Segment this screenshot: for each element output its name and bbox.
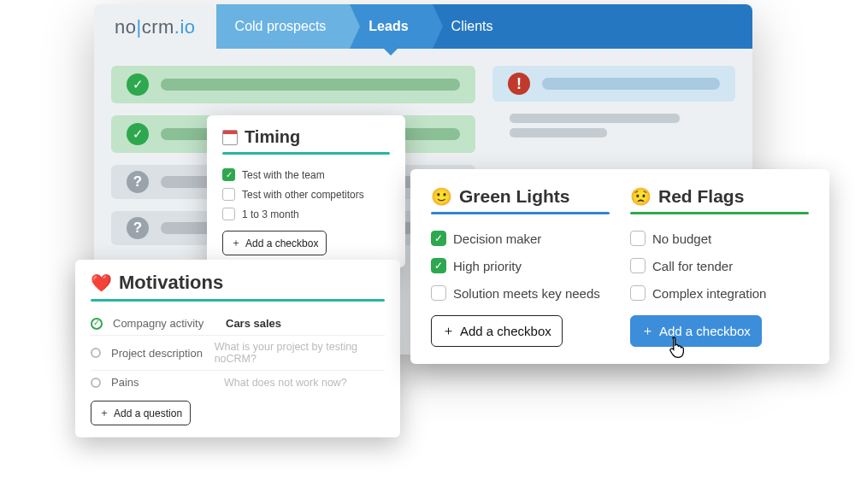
alert-icon: !	[508, 73, 530, 95]
red-item[interactable]: Complex integration	[630, 279, 809, 307]
worried-icon: 😟	[630, 186, 652, 207]
motivation-row[interactable]: Compagny activity Cars sales	[91, 312, 385, 336]
checkbox-icon[interactable]	[222, 208, 235, 220]
tab-clients[interactable]: Clients	[433, 4, 752, 49]
field-value: Cars sales	[226, 317, 385, 330]
timing-item[interactable]: Test with other competitors	[222, 185, 390, 204]
checkbox-icon[interactable]	[630, 231, 646, 246]
red-title: 😟 Red Flags	[630, 186, 809, 207]
field-label: Pains	[111, 376, 214, 389]
checkbox-icon[interactable]	[630, 258, 646, 273]
detail-placeholder	[492, 114, 735, 138]
accent-bar	[630, 212, 809, 214]
red-item[interactable]: No budget	[630, 225, 809, 252]
field-placeholder[interactable]: What is your project by testing noCRM?	[215, 341, 385, 365]
lead-row-done[interactable]: ✓	[111, 66, 475, 103]
motivation-row[interactable]: Project description What is your project…	[91, 336, 385, 371]
red-flags-column: 😟 Red Flags No budget Call for tender Co…	[630, 186, 809, 347]
green-item[interactable]: Solution meets key needs	[431, 279, 610, 307]
tab-leads[interactable]: Leads	[350, 4, 432, 49]
checkbox-icon[interactable]: ✓	[431, 258, 446, 273]
checkbox-icon[interactable]	[222, 188, 235, 201]
green-lights-column: 🙂 Green Lights ✓ Decision maker ✓ High p…	[431, 186, 610, 347]
question-icon: ?	[127, 171, 149, 193]
placeholder-bar	[161, 79, 460, 91]
topbar: no|crm.io Cold prospects Leads Clients	[94, 4, 752, 49]
calendar-icon	[222, 130, 238, 145]
field-placeholder[interactable]: What does not work now?	[224, 377, 347, 389]
checkbox-icon[interactable]: ✓	[222, 168, 235, 181]
motivation-row[interactable]: Pains What does not work now?	[91, 371, 385, 394]
tab-cold-prospects[interactable]: Cold prospects	[216, 4, 351, 49]
accent-bar	[222, 152, 390, 155]
green-item[interactable]: ✓ High priority	[431, 252, 610, 279]
field-label: Project description	[111, 347, 204, 360]
logo: no|crm.io	[94, 4, 216, 49]
radio-checked-icon[interactable]	[91, 318, 103, 330]
add-checkbox-button[interactable]: ＋ Add a checkbox	[222, 231, 327, 255]
motivations-title: ❤️ Motivations	[91, 272, 385, 294]
green-red-card: 🙂 Green Lights ✓ Decision maker ✓ High p…	[410, 169, 829, 364]
timing-item[interactable]: ✓ Test with the team	[222, 165, 390, 185]
green-title: 🙂 Green Lights	[431, 186, 610, 207]
red-item[interactable]: Call for tender	[630, 252, 809, 279]
motivations-card: ❤️ Motivations Compagny activity Cars sa…	[75, 260, 400, 437]
accent-bar	[431, 212, 610, 214]
timing-title: Timing	[222, 127, 390, 147]
lead-row-alert[interactable]: !	[492, 66, 735, 102]
heart-icon: ❤️	[91, 273, 112, 293]
green-item[interactable]: ✓ Decision maker	[431, 225, 610, 252]
question-icon: ?	[127, 217, 149, 239]
accent-bar	[91, 299, 385, 302]
placeholder-bar	[542, 78, 720, 90]
radio-icon[interactable]	[91, 378, 101, 388]
smile-icon: 🙂	[431, 186, 452, 207]
check-icon: ✓	[127, 123, 149, 145]
checkbox-icon[interactable]	[431, 285, 446, 301]
check-icon: ✓	[127, 73, 149, 96]
checkbox-icon[interactable]: ✓	[431, 231, 446, 246]
timing-card: Timing ✓ Test with the team Test with ot…	[207, 115, 405, 267]
add-checkbox-button-primary[interactable]: ＋ Add a checkbox	[630, 315, 762, 347]
radio-icon[interactable]	[91, 348, 101, 358]
timing-item[interactable]: 1 to 3 month	[222, 204, 390, 224]
field-label: Compagny activity	[113, 317, 215, 330]
add-question-button[interactable]: ＋ Add a question	[91, 401, 191, 425]
add-checkbox-button[interactable]: ＋ Add a checkbox	[431, 315, 563, 347]
pipeline-tabs: Cold prospects Leads Clients	[216, 4, 752, 49]
checkbox-icon[interactable]	[630, 285, 646, 301]
